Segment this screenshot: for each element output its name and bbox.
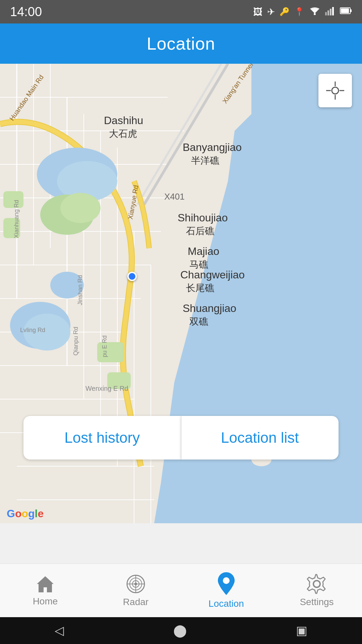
current-location-dot: [127, 272, 137, 281]
my-location-button[interactable]: [318, 74, 352, 107]
key-icon: 🔑: [280, 7, 290, 16]
svg-rect-7: [341, 8, 349, 13]
svg-text:Shuangjiao: Shuangjiao: [183, 302, 236, 314]
svg-text:X401: X401: [164, 192, 185, 202]
nav-item-home[interactable]: Home: [0, 564, 90, 617]
google-logo: Google: [7, 507, 44, 520]
svg-point-71: [332, 87, 339, 94]
svg-rect-3: [330, 9, 331, 15]
svg-text:半洋礁: 半洋礁: [191, 155, 219, 166]
svg-text:双礁: 双礁: [189, 316, 208, 327]
svg-point-82: [223, 577, 230, 584]
wifi-icon: [309, 6, 320, 18]
status-bar: 14:00 🖼 ✈ 🔑 📍: [0, 0, 362, 23]
svg-point-37: [60, 193, 101, 223]
signal-icon: [325, 6, 335, 18]
svg-text:Xianhuang Rd: Xianhuang Rd: [13, 200, 20, 238]
svg-text:大石虎: 大石虎: [109, 128, 137, 139]
radar-icon: [126, 574, 146, 594]
crosshair-icon: [326, 82, 344, 100]
lost-history-button[interactable]: Lost history: [23, 416, 181, 460]
svg-text:长尾礁: 长尾礁: [186, 283, 214, 293]
map-container[interactable]: X401 Dashihu 大石虎 Banyangjiao 半洋礁 Shihouj…: [0, 64, 362, 523]
svg-text:马礁: 马礁: [189, 259, 208, 270]
home-label: Home: [33, 596, 58, 607]
svg-rect-4: [332, 7, 334, 15]
radar-label: Radar: [123, 597, 148, 607]
map-overlay-buttons: Lost history Location list: [23, 416, 339, 460]
svg-rect-2: [327, 10, 329, 15]
battery-icon: [340, 6, 352, 17]
svg-text:石后礁: 石后礁: [186, 226, 214, 236]
settings-icon: [307, 574, 327, 594]
svg-text:Wenxing E Rd: Wenxing E Rd: [85, 385, 128, 392]
send-icon: ✈: [267, 6, 275, 17]
svg-text:Shihoujiao: Shihoujiao: [178, 212, 228, 224]
svg-text:pu E Rd: pu E Rd: [101, 335, 108, 357]
location-icon: [217, 572, 236, 596]
settings-label: Settings: [300, 597, 334, 607]
location-list-button[interactable]: Location list: [181, 416, 339, 460]
home-icon: [35, 575, 55, 593]
nav-item-location[interactable]: Location: [181, 564, 272, 617]
svg-rect-6: [350, 9, 352, 12]
app-bar: Location: [0, 23, 362, 64]
svg-text:Lvling Rd: Lvling Rd: [20, 327, 45, 333]
nav-item-radar[interactable]: Radar: [90, 564, 181, 617]
recent-apps-button[interactable]: ▣: [296, 624, 307, 638]
bottom-nav: Home Radar Location Settings: [0, 564, 362, 617]
svg-point-83: [313, 581, 320, 587]
svg-point-0: [314, 13, 316, 15]
gallery-icon: 🖼: [253, 6, 262, 17]
nav-item-settings[interactable]: Settings: [272, 564, 362, 617]
svg-text:Banyangjiao: Banyangjiao: [183, 141, 242, 153]
location-status-icon: 📍: [294, 7, 304, 16]
svg-text:Majiao: Majiao: [188, 245, 219, 257]
back-button[interactable]: ◁: [55, 624, 64, 638]
svg-rect-1: [325, 12, 327, 15]
svg-text:Dashihu: Dashihu: [104, 114, 143, 126]
svg-text:Jinshan Rd: Jinshan Rd: [77, 275, 83, 305]
app-bar-title: Location: [147, 34, 216, 54]
system-nav-bar: ◁ ⬤ ▣: [0, 617, 362, 644]
home-button[interactable]: ⬤: [173, 624, 187, 638]
location-label: Location: [208, 598, 244, 609]
status-time: 14:00: [10, 5, 42, 19]
status-icons: 🖼 ✈ 🔑 📍: [253, 6, 352, 18]
svg-text:Qianpu Rd: Qianpu Rd: [72, 327, 79, 356]
svg-text:Changweijiao: Changweijiao: [180, 269, 245, 281]
